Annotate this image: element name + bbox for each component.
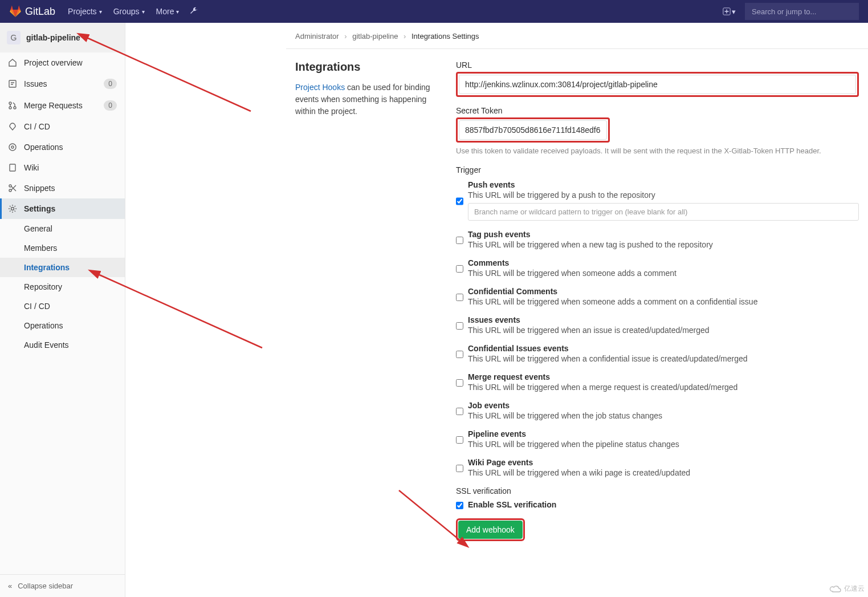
chevron-down-icon: ▾	[99, 9, 102, 15]
watermark: 亿速云	[829, 584, 865, 594]
sidebar: G gitlab-pipeline Project overview Issue…	[0, 23, 125, 597]
token-label: Secret Token	[456, 106, 859, 115]
svg-point-5	[9, 144, 16, 151]
trigger-confidential-issues: Confidential Issues eventsThis URL will …	[456, 344, 859, 363]
push-checkbox[interactable]	[456, 182, 463, 221]
new-menu-button[interactable]: ▾	[720, 5, 738, 18]
page-title: Integrations	[295, 60, 439, 74]
breadcrumb-page: Integrations Settings	[411, 32, 479, 40]
mr-checkbox[interactable]	[456, 374, 463, 392]
nav-groups[interactable]: Groups▾	[108, 3, 150, 19]
trigger-section-label: Trigger	[456, 165, 859, 174]
token-help-text: Use this token to validate received payl…	[456, 146, 859, 156]
sidebar-sub-cicd[interactable]: CI / CD	[0, 297, 125, 316]
breadcrumb-project[interactable]: gitlab-pipeline	[352, 32, 398, 40]
chevron-down-icon: ▾	[732, 7, 736, 16]
svg-point-3	[9, 107, 11, 109]
svg-point-9	[9, 189, 11, 192]
svg-rect-1	[9, 80, 16, 87]
add-webhook-button[interactable]: Add webhook	[458, 521, 523, 539]
global-search-input[interactable]	[745, 3, 859, 20]
chevron-down-icon: ▾	[176, 9, 179, 15]
breadcrumb-admin[interactable]: Administrator	[295, 32, 339, 40]
trigger-mr: Merge request eventsThis URL will be tri…	[456, 372, 859, 392]
trigger-issues: Issues eventsThis URL will be triggered …	[456, 315, 859, 335]
sidebar-item-issues[interactable]: Issues 0	[0, 73, 125, 95]
url-label: URL	[456, 60, 859, 70]
sidebar-item-mrs[interactable]: Merge Requests 0	[0, 95, 125, 116]
breadcrumb: Administrator › gitlab-pipeline › Integr…	[286, 32, 868, 49]
trigger-comments: CommentsThis URL will be triggered when …	[456, 258, 859, 278]
sidebar-sub-general[interactable]: General	[0, 219, 125, 238]
nav-more[interactable]: More▾	[150, 3, 185, 19]
confidential-issues-checkbox[interactable]	[456, 346, 463, 363]
sidebar-sub-audit[interactable]: Audit Events	[0, 335, 125, 355]
trigger-tag: Tag push eventsThis URL will be triggere…	[456, 230, 859, 249]
sidebar-item-wiki[interactable]: Wiki	[0, 157, 125, 178]
book-icon	[8, 163, 17, 172]
chevron-down-icon: ▾	[142, 9, 145, 15]
wiki-checkbox[interactable]	[456, 460, 463, 477]
webhook-form: URL Secret Token Use this token to valid…	[456, 60, 859, 541]
job-checkbox[interactable]	[456, 403, 463, 420]
push-branch-input[interactable]	[468, 203, 859, 221]
collapse-sidebar-button[interactable]: « Collapse sidebar	[0, 574, 125, 597]
rocket-icon	[8, 122, 17, 131]
issues-count-badge: 0	[104, 79, 117, 89]
svg-rect-7	[10, 164, 15, 171]
trigger-job: Job eventsThis URL will be triggered whe…	[456, 401, 859, 420]
confidential-comments-checkbox[interactable]	[456, 289, 463, 306]
svg-point-10	[11, 208, 14, 210]
mrs-count-badge: 0	[104, 100, 117, 111]
project-hooks-link[interactable]: Project Hooks	[295, 83, 345, 92]
plus-icon	[723, 7, 731, 15]
annotation-highlight-submit: Add webhook	[456, 518, 525, 541]
svg-point-8	[9, 185, 11, 187]
chevrons-left-icon: «	[8, 582, 12, 590]
merge-request-icon	[8, 101, 17, 110]
ssl-checkbox[interactable]	[456, 502, 463, 509]
annotation-highlight-token	[456, 117, 610, 143]
admin-wrench-icon[interactable]	[189, 6, 198, 17]
project-header[interactable]: G gitlab-pipeline	[0, 23, 125, 52]
token-input[interactable]	[459, 120, 607, 140]
sidebar-item-settings[interactable]: Settings	[0, 198, 125, 219]
ssl-row: Enable SSL verification	[456, 500, 859, 509]
project-name: gitlab-pipeline	[26, 33, 80, 42]
tanuki-icon	[9, 5, 22, 18]
trigger-pipeline: Pipeline eventsThis URL will be triggere…	[456, 429, 859, 449]
trigger-push: Push events This URL will be triggered b…	[456, 180, 859, 221]
operations-icon	[8, 143, 17, 152]
project-avatar: G	[7, 31, 21, 44]
sidebar-sub-operations[interactable]: Operations	[0, 316, 125, 335]
tag-checkbox[interactable]	[456, 232, 463, 249]
nav-projects[interactable]: Projects▾	[62, 3, 108, 19]
sidebar-item-overview[interactable]: Project overview	[0, 52, 125, 73]
comments-checkbox[interactable]	[456, 260, 463, 278]
sidebar-item-cicd[interactable]: CI / CD	[0, 116, 125, 137]
sidebar-item-operations[interactable]: Operations	[0, 137, 125, 157]
gear-icon	[8, 204, 17, 213]
annotation-highlight-url	[456, 72, 859, 97]
trigger-wiki: Wiki Page eventsThis URL will be trigger…	[456, 458, 859, 477]
sidebar-sub-repository[interactable]: Repository	[0, 277, 125, 297]
issues-checkbox[interactable]	[456, 317, 463, 335]
gitlab-logo[interactable]: GitLab	[9, 5, 55, 18]
trigger-confidential-comments: Confidential CommentsThis URL will be tr…	[456, 287, 859, 306]
ssl-section-label: SSL verification	[456, 486, 859, 496]
cloud-icon	[829, 585, 842, 593]
brand-text: GitLab	[25, 6, 55, 18]
page-intro: Integrations Project Hooks can be used f…	[295, 60, 456, 541]
sidebar-item-snippets[interactable]: Snippets	[0, 178, 125, 198]
url-input[interactable]	[459, 75, 856, 94]
svg-point-4	[14, 107, 16, 109]
sidebar-sub-integrations[interactable]: Integrations	[0, 258, 125, 277]
pipeline-checkbox[interactable]	[456, 431, 463, 449]
sidebar-sub-members[interactable]: Members	[0, 238, 125, 258]
issues-icon	[8, 79, 17, 88]
svg-point-6	[11, 146, 14, 148]
home-icon	[8, 58, 17, 67]
main-content: Administrator › gitlab-pipeline › Integr…	[125, 23, 868, 597]
svg-point-2	[9, 102, 11, 104]
scissors-icon	[8, 184, 17, 193]
